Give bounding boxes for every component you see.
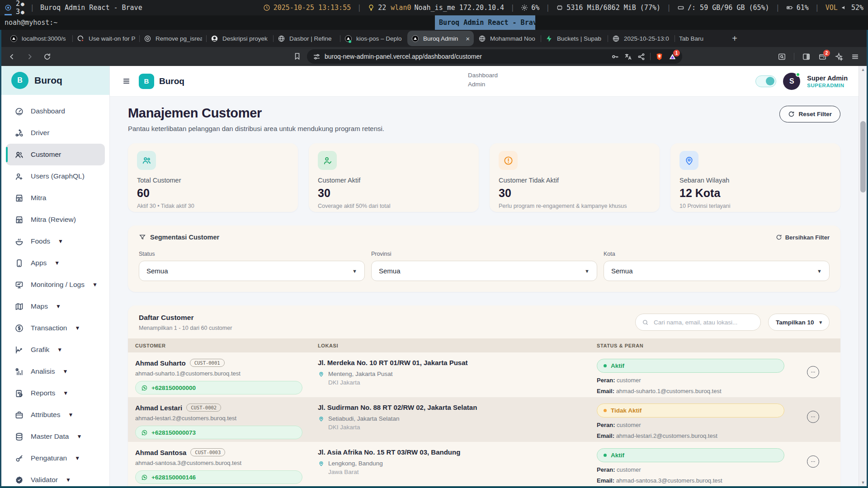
chevron-down-icon: ▼ xyxy=(75,455,80,461)
search-input[interactable] xyxy=(653,319,754,326)
sidebar-toggle-icon[interactable] xyxy=(802,52,811,61)
customer-email: ahmad-santosa.3@customers.buroq.test xyxy=(135,460,318,466)
leo-ai-icon[interactable] xyxy=(835,52,843,61)
row-actions-button[interactable] xyxy=(807,411,819,423)
browser-tab[interactable]: Buckets | Supab xyxy=(541,31,608,46)
customer-row[interactable]: Ahmad Santosa CUST-0003 ahmad-santosa.3@… xyxy=(128,442,840,486)
sidebar-item-grafik[interactable]: Grafik▼ xyxy=(6,339,105,361)
address-bar[interactable]: buroq-new-admin-panel.vercel.app/dashboa… xyxy=(307,49,682,64)
browser-tab[interactable]: Tab Baru xyxy=(675,31,724,46)
terminal-window-title[interactable]: noah@myhost:~ xyxy=(0,19,57,27)
sidebar-item-monitoring-logs[interactable]: Monitoring / Logs▼ xyxy=(6,274,105,296)
bookmark-icon[interactable] xyxy=(293,52,302,61)
breadcrumb-admin[interactable]: Admin xyxy=(468,80,498,89)
customers-icon xyxy=(14,150,24,160)
browser-tab[interactable]: Use wait-on for P xyxy=(73,31,139,46)
brave-shield-icon[interactable] xyxy=(655,52,664,61)
sidebar-item-master-data[interactable]: Master Data▼ xyxy=(6,426,105,447)
avatar[interactable]: S xyxy=(783,73,800,90)
sidebar-item-pengaturan[interactable]: Pengaturan▼ xyxy=(6,447,105,469)
filter-select-provinsi[interactable]: Semua▼ xyxy=(371,261,597,281)
vercel-favicon-icon xyxy=(411,35,419,42)
browser-tab[interactable]: kios-pos – Deplo xyxy=(340,31,407,46)
store-icon xyxy=(14,215,24,225)
url-text[interactable]: buroq-new-admin-panel.vercel.app/dashboa… xyxy=(325,53,606,60)
sidebar-item-validator[interactable]: Validator▼ xyxy=(6,469,105,486)
password-key-icon[interactable] xyxy=(611,52,619,61)
browser-tab[interactable]: localhost:3000/s xyxy=(6,31,72,46)
new-tab-button[interactable]: + xyxy=(728,33,741,44)
badge-check-icon xyxy=(14,475,24,485)
sidebar-item-driver[interactable]: Driver xyxy=(6,122,105,144)
rewards-badge: 1 xyxy=(673,50,680,56)
bars-icon xyxy=(14,367,24,376)
column-status-peran: STATUS & PERAN xyxy=(597,343,807,348)
sidebar-item-analisis[interactable]: Analisis▼ xyxy=(6,361,105,382)
focused-browser-title[interactable]: Buroq Admin React - Brave xyxy=(435,15,535,30)
table-title: Daftar Customer xyxy=(139,314,232,322)
sidebar-item-customer[interactable]: Customer xyxy=(6,144,105,165)
filter-title: Segmentasi Customer xyxy=(150,234,219,241)
customer-email-meta: Email: ahmad-suharto.1@customers.buroq.t… xyxy=(597,388,807,394)
sidebar-item-maps[interactable]: Maps▼ xyxy=(6,296,105,317)
sidebar-item-mitra-review[interactable]: Mitra (Review) xyxy=(6,209,105,230)
theme-toggle[interactable] xyxy=(755,75,776,87)
tab-search-icon[interactable] xyxy=(778,52,786,61)
sidebar-collapse-icon[interactable] xyxy=(122,77,131,85)
chevron-down-icon: ▼ xyxy=(585,268,590,274)
customer-search[interactable] xyxy=(635,314,761,331)
cpu-gear-icon xyxy=(521,4,528,11)
sidebar-item-reports[interactable]: Reports▼ xyxy=(6,382,105,404)
whatsapp-phone-pill[interactable]: +628150000000 xyxy=(135,381,302,394)
workspace-2[interactable]: 2● xyxy=(16,0,24,8)
back-button[interactable] xyxy=(8,52,16,61)
brave-rewards-icon[interactable]: 1 xyxy=(668,52,677,61)
sidebar-item-dashboard[interactable]: Dashboard xyxy=(6,100,105,122)
site-settings-icon[interactable] xyxy=(312,52,320,61)
page-scrollbar[interactable]: ▲ ▼ xyxy=(859,66,867,486)
close-tab-icon[interactable]: × xyxy=(466,35,470,42)
stat-card: Customer Aktif 30 Coverage aktif 50% dar… xyxy=(309,143,479,212)
clear-filter-button[interactable]: Bersihkan Filter xyxy=(776,234,830,241)
reset-filter-button[interactable]: Reset Filter xyxy=(779,106,840,122)
briefcase-icon xyxy=(14,410,24,420)
reload-button[interactable] xyxy=(43,52,52,61)
wallet-icon[interactable]: 2 xyxy=(818,52,827,61)
sidebar-item-users-graphql[interactable]: Users (GraphQL) xyxy=(6,165,105,187)
filter-select-status[interactable]: Semua▼ xyxy=(139,261,365,281)
user-name: Super Admin xyxy=(807,74,848,82)
row-actions-button[interactable] xyxy=(807,366,819,378)
customer-row[interactable]: Ahmad Lestari CUST-0002 ahmad-lestari.2@… xyxy=(128,397,840,442)
browser-tab[interactable]: Mohammad Noo xyxy=(474,31,541,46)
browser-tab[interactable]: Dasbor | Refine xyxy=(274,31,340,46)
forward-button[interactable] xyxy=(25,52,34,61)
row-actions-button[interactable] xyxy=(807,455,819,468)
sidebar-item-attributes[interactable]: Attributes▼ xyxy=(6,404,105,426)
translate-icon[interactable] xyxy=(624,52,632,61)
browser-tab[interactable]: 2025-10-25-13:0 xyxy=(608,31,675,46)
whatsapp-phone-pill[interactable]: +628150000146 xyxy=(135,470,302,484)
bowl-icon xyxy=(14,237,24,246)
browser-tab[interactable]: Deskripsi proyek xyxy=(207,31,273,46)
sidebar-item-transaction[interactable]: Transaction▼ xyxy=(6,317,105,339)
refresh-icon xyxy=(776,234,782,240)
sidebar-item-mitra[interactable]: Mitra xyxy=(6,187,105,209)
scrollbar-thumb[interactable] xyxy=(860,121,866,192)
page-size-select[interactable]: Tampilkan 10 ▾ xyxy=(768,314,830,331)
share-icon[interactable] xyxy=(637,52,646,61)
chevron-down-icon: ▼ xyxy=(817,268,822,274)
scroll-up-arrow[interactable]: ▲ xyxy=(859,67,867,72)
key-icon xyxy=(14,454,24,463)
sidebar-item-apps[interactable]: Apps▼ xyxy=(6,252,105,274)
sidebar-item-foods[interactable]: Foods▼ xyxy=(6,230,105,252)
browser-tab[interactable]: Remove pg_isrea xyxy=(140,31,206,46)
customer-row[interactable]: Ahmad Suharto CUST-0001 ahmad-suharto.1@… xyxy=(128,352,840,397)
whatsapp-phone-pill[interactable]: +628150000073 xyxy=(135,426,302,439)
scroll-down-arrow[interactable]: ▼ xyxy=(859,480,867,485)
browser-tab[interactable]: Buroq Admin× xyxy=(407,31,474,46)
workspace-3[interactable]: 3● xyxy=(16,8,24,16)
breadcrumb-dashboard[interactable]: Dashboard xyxy=(468,71,498,80)
customer-code-badge: CUST-0002 xyxy=(186,404,221,412)
menu-icon[interactable] xyxy=(851,52,859,61)
filter-select-kota[interactable]: Semua▼ xyxy=(604,261,830,281)
